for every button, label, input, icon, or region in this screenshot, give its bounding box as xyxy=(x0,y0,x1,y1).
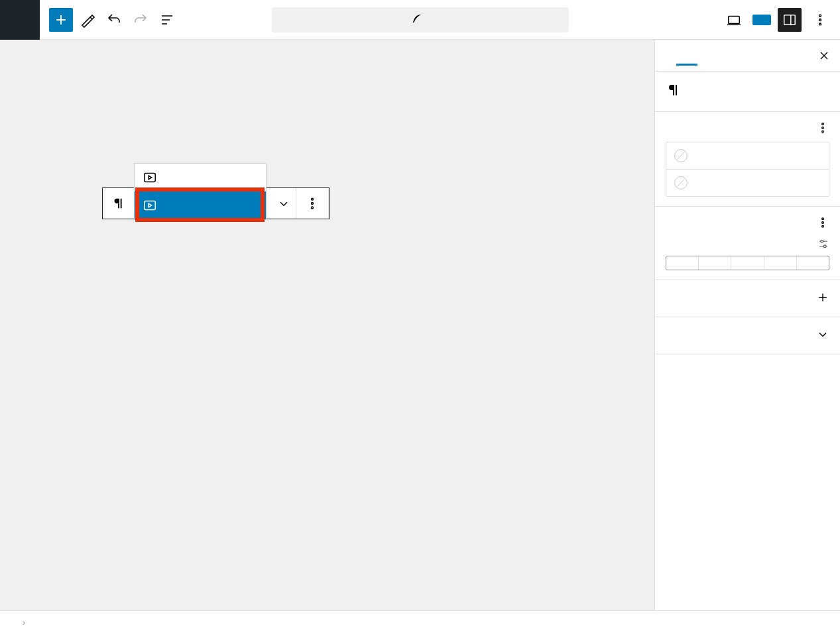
settings-toggle-button[interactable] xyxy=(778,8,802,32)
bc-separator: › xyxy=(23,617,25,627)
main-area xyxy=(0,40,840,610)
editor-canvas[interactable] xyxy=(0,40,654,610)
size-l[interactable] xyxy=(731,256,763,270)
color-swatch-icon xyxy=(674,176,688,189)
svg-point-15 xyxy=(822,226,824,228)
svg-rect-1 xyxy=(784,15,796,25)
redo-button[interactable] xyxy=(129,8,152,32)
add-block-button[interactable] xyxy=(49,8,73,32)
size-m[interactable] xyxy=(698,256,731,270)
move-down-button[interactable] xyxy=(272,188,296,219)
svg-point-13 xyxy=(822,218,824,220)
paragraph-icon xyxy=(666,82,682,101)
svg-point-11 xyxy=(822,127,824,129)
wp-logo[interactable] xyxy=(0,0,40,40)
svg-point-5 xyxy=(311,198,313,200)
svg-point-4 xyxy=(819,23,821,25)
paragraph-block-icon[interactable] xyxy=(103,188,135,219)
tools-button[interactable] xyxy=(76,8,99,32)
typography-panel xyxy=(655,207,840,280)
plus-icon xyxy=(816,291,829,306)
size-button-group xyxy=(666,256,829,270)
preview-button[interactable] xyxy=(722,8,746,32)
svg-point-14 xyxy=(822,222,824,224)
feather-icon xyxy=(411,13,423,27)
breadcrumb: › xyxy=(0,610,840,634)
document-title-bar[interactable] xyxy=(272,7,569,32)
settings-sidebar xyxy=(654,40,840,610)
size-xxl[interactable] xyxy=(796,256,829,270)
block-info xyxy=(655,72,840,112)
top-toolbar xyxy=(0,0,840,40)
color-bg-button[interactable] xyxy=(666,169,829,196)
document-overview-button[interactable] xyxy=(155,8,179,32)
size-settings-icon[interactable] xyxy=(817,238,829,252)
undo-button[interactable] xyxy=(102,8,126,32)
publish-button[interactable] xyxy=(752,15,771,25)
tab-block[interactable] xyxy=(676,45,697,66)
color-swatch-icon xyxy=(674,149,688,162)
size-panel-toggle[interactable] xyxy=(655,280,840,317)
tab-post[interactable] xyxy=(655,46,676,65)
svg-point-16 xyxy=(821,240,823,242)
color-panel xyxy=(655,112,840,207)
svg-rect-8 xyxy=(144,174,155,182)
toolbar-right xyxy=(702,8,840,32)
ac-item-video[interactable] xyxy=(135,191,266,219)
sidebar-tabs xyxy=(655,40,840,72)
svg-point-7 xyxy=(311,207,313,209)
advanced-panel-toggle[interactable] xyxy=(655,317,840,354)
svg-point-3 xyxy=(819,19,821,21)
svg-point-2 xyxy=(819,15,821,17)
size-s[interactable] xyxy=(666,256,698,270)
svg-point-12 xyxy=(822,131,824,133)
svg-point-10 xyxy=(822,123,824,125)
svg-rect-9 xyxy=(144,201,155,210)
panel-options-icon[interactable] xyxy=(816,121,829,136)
options-button[interactable] xyxy=(808,8,832,32)
toolbar-left xyxy=(40,8,180,32)
color-text-button[interactable] xyxy=(666,142,829,169)
block-more-button[interactable] xyxy=(296,188,328,219)
videopress-icon xyxy=(143,170,157,185)
svg-point-17 xyxy=(823,245,826,248)
video-icon xyxy=(143,198,157,213)
svg-rect-0 xyxy=(729,16,740,23)
block-autocomplete xyxy=(134,163,267,220)
ac-item-videopress[interactable] xyxy=(135,164,266,191)
save-draft-button[interactable] xyxy=(702,16,715,24)
chevron-down-icon xyxy=(816,328,829,343)
panel-options-icon[interactable] xyxy=(816,216,829,231)
svg-point-6 xyxy=(311,203,313,205)
close-sidebar-button[interactable] xyxy=(813,45,835,66)
size-xl[interactable] xyxy=(764,256,796,270)
